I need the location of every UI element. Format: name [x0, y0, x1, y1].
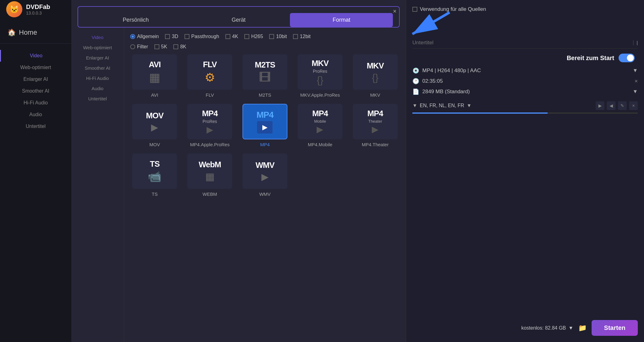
checkbox-3d-box — [165, 34, 170, 39]
format-card-mov[interactable]: MOV ▶ MOV — [130, 104, 179, 147]
checkbox-8k[interactable]: 8K — [173, 44, 186, 50]
format-icon-wmv: WMV ▶ — [242, 153, 287, 189]
filesize-dropdown[interactable]: ▼ — [633, 89, 638, 95]
checkbox-passthrough-box — [184, 34, 189, 39]
ready-toggle[interactable] — [619, 54, 635, 62]
lang-btn-edit[interactable]: ✎ — [618, 101, 627, 110]
lang-value: EN, FR, NL, EN, FR — [420, 103, 464, 108]
bottom-controls: kostenlos: 82.84 GB ▼ 📁 Starten — [412, 314, 638, 336]
sidebar-item-enlarger-ai[interactable]: Enlarger AI — [0, 73, 71, 85]
lang-dropdown-arrow[interactable]: ▼ — [467, 103, 472, 108]
format-icon-mp4-thtr: MP4 Theater ▶ — [353, 104, 398, 139]
right-panel: Verwendung für alle Quellen — [406, 19, 644, 342]
format-card-avi[interactable]: AVI ▦ AVI — [130, 54, 179, 98]
sidebar-item-audio[interactable]: Audio — [0, 109, 71, 121]
home-label: Home — [19, 28, 37, 37]
subtab-smoother-ai[interactable]: Smoother AI — [71, 63, 124, 73]
checkbox-10bit[interactable]: 10bit — [269, 34, 287, 39]
home-icon: 🏠 — [7, 28, 16, 37]
radio-allgemein[interactable]: Allgemein — [130, 34, 159, 39]
format-label-mp4-pror: MP4.Apple.ProRes — [190, 142, 230, 147]
filesize-row: 📄 2849 MB (Standard) ▼ — [412, 88, 638, 95]
format-icon-mp4: MP4 ▶ — [242, 104, 287, 139]
format-label-mkv: MKV — [370, 92, 380, 98]
subtab-hifi-audio[interactable]: Hi-Fi Audio — [71, 73, 124, 83]
format-card-mkv[interactable]: MKV {} MKV — [351, 54, 400, 98]
codec-row: 💿 MP4 | H264 | 480p | AAC ▼ — [412, 67, 638, 74]
radio-filter-circle — [130, 44, 135, 49]
format-label-mp4-thtr: MP4.Theater — [362, 142, 389, 147]
format-grid: AVI ▦ AVI FLV ⚙ — [130, 54, 400, 197]
duration-close[interactable]: × — [634, 78, 638, 85]
app-logo-emoji: 🐱 — [10, 5, 19, 14]
modal-panel: × Persönlich Gerät Format — [71, 19, 406, 342]
duration-value: 02:35:05 — [422, 78, 631, 84]
ready-row: Bereit zum Start — [412, 54, 638, 62]
format-label-ts: TS — [152, 191, 158, 197]
format-card-mp4-pror[interactable]: MP4 ProRes ▶ MP4.Apple.ProRes — [185, 104, 234, 147]
format-label-mp4: MP4 — [260, 142, 270, 147]
sidebar-item-web-optimiert[interactable]: Web-optimiert — [0, 62, 71, 73]
free-space-label: kostenlos: 82.84 GB — [521, 325, 566, 331]
tab-bar: Persönlich Gerät Format — [78, 19, 400, 28]
filesize-value: 2849 MB (Standard) — [422, 89, 629, 95]
folder-icon[interactable]: 📁 — [578, 324, 587, 332]
format-icon-webm: WebM ▦ — [187, 153, 232, 189]
format-card-mkv-pror[interactable]: MKV ProRes {} MKV.Apple.ProRes — [295, 54, 344, 98]
checkbox-4k-box — [225, 34, 230, 39]
format-icon-flv: FLV ⚙ — [187, 54, 232, 90]
checkbox-h265[interactable]: H265 — [244, 34, 263, 39]
lang-buttons: ▶ ◀ ✎ × — [596, 101, 638, 110]
subtab-untertitel[interactable]: Untertitel — [71, 94, 124, 104]
subtab-video[interactable]: Video — [71, 32, 124, 42]
format-card-ts[interactable]: TS 📹 TS — [130, 153, 179, 197]
format-card-webm[interactable]: WebM ▦ WEBM — [185, 153, 234, 197]
clock-icon: 🕐 — [412, 78, 419, 85]
format-card-mp4-thtr[interactable]: MP4 Theater ▶ MP4.Theater — [351, 104, 400, 147]
subtab-web-optimiert[interactable]: Web-optimiert — [71, 42, 124, 53]
modal-body: Video Web-optimiert Enlarger AI Smoother… — [71, 28, 406, 342]
format-icon-mov: MOV ▶ — [132, 104, 177, 139]
sidebar-item-video[interactable]: Video — [0, 50, 71, 62]
tab-format[interactable]: Format — [290, 19, 393, 27]
checkbox-12bit[interactable]: 12bit — [293, 34, 311, 39]
sidebar-item-hifi-audio[interactable]: Hi-Fi Audio — [0, 97, 71, 109]
checkbox-10bit-box — [269, 34, 274, 39]
checkbox-8k-box — [173, 44, 178, 49]
format-card-flv[interactable]: FLV ⚙ FLV — [185, 54, 234, 98]
tab-personal[interactable]: Persönlich — [84, 19, 187, 27]
tab-device[interactable]: Gerät — [187, 19, 290, 27]
format-card-mp4[interactable]: MP4 ▶ MP4 — [241, 104, 290, 147]
free-space-arrow[interactable]: ▼ — [568, 325, 573, 331]
start-button[interactable]: Starten — [592, 320, 638, 336]
format-main: Allgemein 3D Passthrough — [124, 28, 406, 342]
sidebar-item-smoother-ai[interactable]: Smoother AI — [0, 85, 71, 97]
app-version: 13.0.0.3 — [26, 11, 50, 15]
scroll-track[interactable] — [412, 112, 638, 114]
ready-label: Bereit zum Start — [567, 55, 614, 62]
lang-btn-play[interactable]: ▶ — [596, 101, 604, 110]
checkbox-5k[interactable]: 5K — [154, 44, 167, 50]
sidebar-item-untertitel[interactable]: Untertitel — [0, 121, 71, 132]
title-bar-left: 🐱 DVDFab 13.0.0.3 — [6, 1, 50, 17]
format-card-m2ts[interactable]: M2TS 🎞 M2TS — [241, 54, 290, 98]
checkbox-passthrough[interactable]: Passthrough — [184, 34, 219, 39]
sidebar-section: Video Web-optimiert Enlarger AI Smoother… — [0, 50, 71, 132]
checkbox-12bit-box — [293, 34, 298, 39]
format-card-wmv[interactable]: WMV ▶ WMV — [241, 153, 290, 197]
sidebar-item-home[interactable]: 🏠 Home — [0, 25, 71, 40]
lang-arrow[interactable]: ▼ — [412, 103, 417, 108]
lang-btn-back[interactable]: ◀ — [607, 101, 615, 110]
format-icon-avi: AVI ▦ — [132, 54, 177, 90]
subtab-audio[interactable]: Audio — [71, 83, 124, 94]
format-label-avi: AVI — [151, 92, 158, 98]
radio-filter[interactable]: Filter — [130, 44, 148, 50]
subtab-enlarger-ai[interactable]: Enlarger AI — [71, 53, 124, 63]
codec-dropdown[interactable]: ▼ — [633, 68, 638, 74]
checkbox-4k[interactable]: 4K — [225, 34, 238, 39]
format-card-mp4-mob[interactable]: MP4 Mobile ▶ MP4.Mobile — [295, 104, 344, 147]
lang-btn-close[interactable]: × — [629, 101, 638, 110]
file-icon: 📄 — [412, 88, 419, 95]
svg-line-1 — [412, 19, 450, 34]
checkbox-3d[interactable]: 3D — [165, 34, 178, 39]
